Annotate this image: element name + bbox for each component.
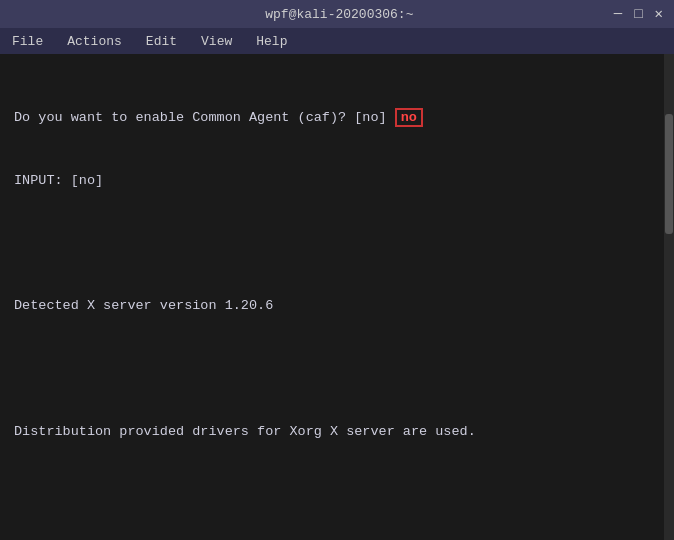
terminal-body: Do you want to enable Common Agent (caf)… bbox=[0, 54, 674, 540]
caf-prompt-line: Do you want to enable Common Agent (caf)… bbox=[14, 108, 650, 129]
empty-3 bbox=[14, 484, 650, 505]
caf-answer: no bbox=[395, 108, 423, 127]
scrollbar-thumb[interactable] bbox=[665, 114, 673, 234]
maximize-button[interactable]: □ bbox=[631, 7, 645, 21]
terminal-content[interactable]: Do you want to enable Common Agent (caf)… bbox=[0, 54, 664, 540]
empty-1 bbox=[14, 233, 650, 254]
close-button[interactable]: ✕ bbox=[652, 7, 666, 21]
minimize-button[interactable]: ─ bbox=[611, 7, 625, 21]
menu-file[interactable]: File bbox=[8, 32, 47, 51]
empty-2 bbox=[14, 359, 650, 380]
title-bar-controls: ─ □ ✕ bbox=[611, 7, 666, 21]
menu-actions[interactable]: Actions bbox=[63, 32, 126, 51]
menu-edit[interactable]: Edit bbox=[142, 32, 181, 51]
input-line: INPUT: [no] bbox=[14, 171, 650, 192]
scrollbar[interactable] bbox=[664, 54, 674, 540]
drivers-line: Distribution provided drivers for Xorg X… bbox=[14, 422, 650, 443]
menu-bar: File Actions Edit View Help bbox=[0, 28, 674, 54]
title-bar-title: wpf@kali-20200306:~ bbox=[68, 7, 611, 22]
menu-view[interactable]: View bbox=[197, 32, 236, 51]
title-bar: wpf@kali-20200306:~ ─ □ ✕ bbox=[0, 0, 674, 28]
xserver-line: Detected X server version 1.20.6 bbox=[14, 296, 650, 317]
menu-help[interactable]: Help bbox=[252, 32, 291, 51]
